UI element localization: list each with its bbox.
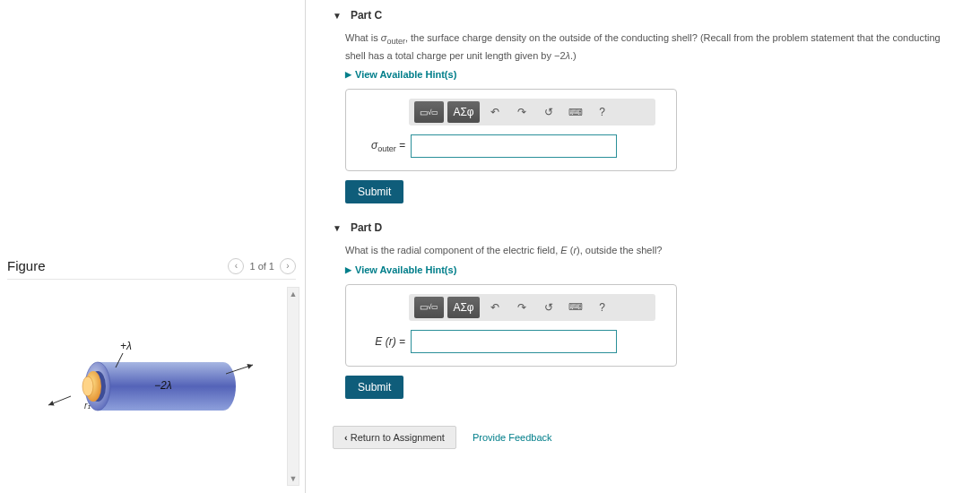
- figure-image: +λ −2λ r₁: [7, 316, 296, 459]
- caret-right-icon: ▶: [345, 70, 351, 79]
- part-d-hints-link[interactable]: ▶ View Available Hint(s): [345, 264, 962, 275]
- figure-panel: Figure ‹ 1 of 1 ›: [0, 0, 305, 493]
- part-d-answer-input[interactable]: [411, 330, 617, 353]
- keyboard-button[interactable]: ⌨: [564, 297, 587, 318]
- part-c-answer-area: ▭√▭ ΑΣφ ↶ ↷ ↺ ⌨ ? σouter =: [345, 89, 677, 171]
- redo-button[interactable]: ↷: [510, 101, 533, 123]
- keyboard-button[interactable]: ⌨: [564, 101, 587, 123]
- figure-pager: ‹ 1 of 1 ›: [228, 258, 296, 274]
- figure-prev-button[interactable]: ‹: [228, 258, 244, 274]
- figure-title: Figure: [7, 258, 46, 273]
- greek-button[interactable]: ΑΣφ: [447, 297, 479, 318]
- template-button[interactable]: ▭√▭: [414, 297, 444, 318]
- scroll-up-icon[interactable]: ▲: [290, 288, 298, 300]
- figure-next-button[interactable]: ›: [280, 258, 296, 274]
- part-c-prompt: What is σouter, the surface charge densi…: [345, 30, 962, 64]
- svg-text:+λ: +λ: [120, 340, 132, 352]
- collapse-caret-icon: ▼: [333, 11, 342, 21]
- help-button[interactable]: ?: [591, 297, 614, 318]
- greek-button[interactable]: ΑΣφ: [447, 101, 479, 123]
- undo-button[interactable]: ↶: [483, 101, 507, 123]
- part-d-title: Part D: [351, 221, 382, 234]
- part-c-var-label: σouter =: [357, 139, 405, 153]
- equation-toolbar: ▭√▭ ΑΣφ ↶ ↷ ↺ ⌨ ?: [409, 99, 655, 125]
- figure-scrollbar[interactable]: ▲ ▼: [287, 287, 299, 486]
- svg-point-1: [211, 362, 236, 411]
- reset-button[interactable]: ↺: [537, 101, 560, 123]
- reset-button[interactable]: ↺: [537, 297, 560, 318]
- part-c-hints-link[interactable]: ▶ View Available Hint(s): [345, 69, 962, 80]
- provide-feedback-link[interactable]: Provide Feedback: [473, 432, 552, 443]
- part-c-header[interactable]: ▼ Part C: [333, 0, 962, 27]
- template-button[interactable]: ▭√▭: [414, 101, 444, 123]
- help-button[interactable]: ?: [591, 101, 614, 123]
- collapse-caret-icon: ▼: [333, 223, 342, 233]
- equation-toolbar: ▭√▭ ΑΣφ ↶ ↷ ↺ ⌨ ?: [409, 294, 655, 321]
- part-d-header[interactable]: ▼ Part D: [333, 212, 962, 239]
- part-c-submit-button[interactable]: Submit: [345, 180, 403, 203]
- return-label: Return to Assignment: [351, 432, 445, 443]
- hints-label: View Available Hint(s): [355, 264, 456, 275]
- undo-button[interactable]: ↶: [483, 297, 507, 318]
- return-to-assignment-button[interactable]: ‹ Return to Assignment: [333, 426, 456, 449]
- part-d-var-label: E (r) =: [357, 335, 405, 348]
- part-c-answer-input[interactable]: [411, 134, 617, 158]
- svg-line-6: [48, 396, 71, 405]
- part-c-title: Part C: [351, 9, 382, 22]
- chevron-left-icon: ‹: [344, 432, 348, 443]
- redo-button[interactable]: ↷: [510, 297, 533, 318]
- part-d-prompt: What is the radial component of the elec…: [345, 243, 962, 259]
- question-panel: ▼ Part C What is σouter, the surface cha…: [306, 0, 980, 493]
- part-d-submit-button[interactable]: Submit: [345, 376, 403, 399]
- part-d-answer-area: ▭√▭ ΑΣφ ↶ ↷ ↺ ⌨ ? E (r) =: [345, 284, 677, 367]
- scroll-down-icon[interactable]: ▼: [290, 472, 298, 485]
- svg-text:r₁: r₁: [84, 401, 91, 411]
- svg-point-5: [82, 376, 93, 396]
- figure-pager-label: 1 of 1: [249, 261, 274, 272]
- svg-text:−2λ: −2λ: [154, 379, 172, 392]
- hints-label: View Available Hint(s): [355, 69, 456, 80]
- caret-right-icon: ▶: [345, 265, 351, 274]
